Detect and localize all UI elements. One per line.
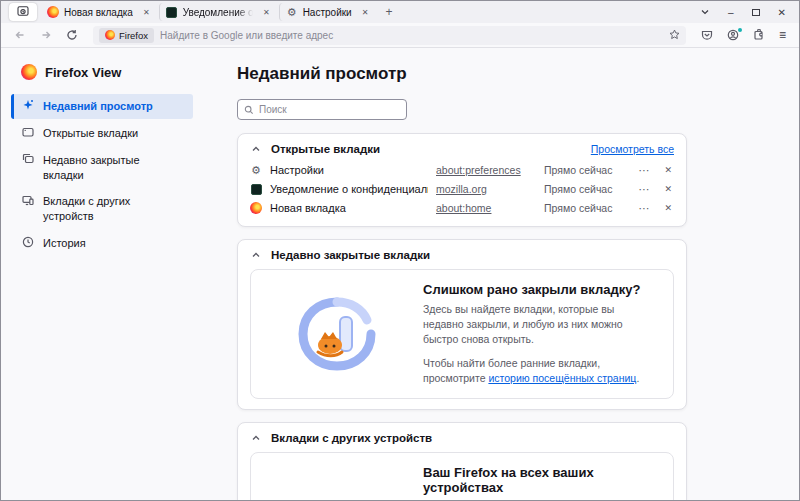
row-url-link[interactable]: about:home: [436, 202, 536, 214]
collapse-section-button[interactable]: [250, 143, 262, 155]
sidebar: Firefox View Недавний просмотр Открытые …: [1, 48, 231, 500]
firefox-logo-icon: [105, 30, 115, 40]
sidebar-item-recent-browsing[interactable]: Недавний просмотр: [11, 94, 193, 119]
url-bar[interactable]: Firefox: [93, 26, 686, 45]
sidebar-title: Firefox View: [21, 64, 211, 80]
reload-icon: [66, 29, 78, 41]
tab-new-tab[interactable]: Новая вкладка ✕: [41, 3, 159, 21]
account-button[interactable]: [722, 27, 744, 43]
main-area: Недавний просмотр Открытые вкладки Просм: [231, 48, 799, 500]
firefox-view-page: Firefox View Недавний просмотр Открытые …: [1, 48, 799, 500]
maximize-button[interactable]: [743, 1, 769, 23]
tab-title: Уведомление о конфиденциальности для бра…: [183, 7, 253, 18]
empty-state-text: Здесь вы найдете вкладки, которые вы нед…: [423, 302, 651, 348]
view-all-link[interactable]: Просмотреть все: [591, 143, 674, 155]
mozilla-favicon: [166, 6, 178, 18]
gear-icon: ⚙: [286, 6, 298, 18]
close-tab-icon[interactable]: ✕: [260, 7, 273, 18]
list-all-tabs-button[interactable]: [691, 1, 719, 23]
reload-button[interactable]: [61, 27, 83, 43]
history-clock-icon: [22, 236, 34, 248]
close-tab-icon[interactable]: ✕: [359, 7, 372, 18]
row-close-button[interactable]: ✕: [662, 203, 674, 213]
tab-window-icon: [22, 126, 34, 138]
pocket-button[interactable]: [696, 27, 718, 43]
tab-privacy-notice[interactable]: Уведомление о конфиденциальности для бра…: [159, 3, 279, 21]
address-input[interactable]: [160, 30, 663, 41]
row-close-button[interactable]: ✕: [662, 184, 674, 194]
toolbar-right-icons: ≡: [696, 26, 791, 44]
table-row[interactable]: ⚙ Настройки about:preferences Прямо сейч…: [250, 162, 674, 178]
firefox-view-button[interactable]: [9, 3, 37, 21]
new-tab-button[interactable]: +: [377, 5, 400, 19]
devices-icon: [22, 194, 34, 206]
row-options-button[interactable]: ⋯: [634, 183, 654, 196]
menu-button[interactable]: ≡: [774, 26, 791, 44]
chevron-up-icon: [251, 144, 261, 154]
mozilla-favicon: [250, 183, 262, 195]
close-tab-icon[interactable]: ✕: [140, 7, 153, 18]
firefox-page-chip: Firefox: [99, 28, 154, 43]
chevron-down-icon: [700, 7, 710, 17]
row-title: Уведомление о конфиденциальности для бра…: [270, 183, 428, 195]
row-title: Новая вкладка: [270, 202, 428, 214]
sidebar-item-label: Открытые вкладки: [43, 126, 138, 141]
recently-closed-illustration: [251, 297, 423, 371]
section-title: Открытые вкладки: [271, 143, 380, 155]
recently-closed-empty-state: Слишком рано закрыли вкладку? Здесь вы н…: [250, 269, 674, 399]
firefox-logo-icon: [21, 64, 37, 80]
close-window-button[interactable]: ✕: [769, 1, 795, 23]
history-link[interactable]: историю посещённых страниц: [488, 372, 636, 384]
sidebar-item-label: Вкладки с других устройств: [43, 194, 173, 224]
tab-strip: Новая вкладка ✕ Уведомление о конфиденци…: [1, 1, 799, 23]
hamburger-icon: ≡: [779, 28, 786, 42]
sidebar-item-recently-closed[interactable]: Недавно закрытые вкладки: [11, 148, 193, 188]
back-button[interactable]: [9, 27, 31, 43]
collapse-section-button[interactable]: [250, 249, 262, 261]
sidebar-item-open-tabs[interactable]: Открытые вкладки: [11, 121, 193, 146]
section-title: Вкладки с других устройств: [271, 432, 432, 444]
table-row[interactable]: Уведомление о конфиденциальности для бра…: [250, 181, 674, 197]
bookmark-star-icon[interactable]: [669, 26, 680, 44]
empty-state-hint: Чтобы найти более ранние вкладки, просмо…: [423, 356, 651, 386]
collapse-section-button[interactable]: [250, 432, 262, 444]
row-time: Прямо сейчас: [544, 183, 626, 195]
row-close-button[interactable]: ✕: [662, 165, 674, 175]
table-row[interactable]: Новая вкладка about:home Прямо сейчас ⋯ …: [250, 200, 674, 216]
forward-button[interactable]: [35, 27, 57, 43]
tab-settings[interactable]: ⚙ Настройки ✕: [279, 3, 378, 21]
pocket-icon: [701, 29, 713, 41]
sidebar-item-label: Недавно закрытые вкладки: [43, 153, 173, 183]
sidebar-item-synced-tabs[interactable]: Вкладки с других устройств: [11, 189, 193, 229]
row-url-link[interactable]: mozilla.org: [436, 183, 536, 195]
search-icon: [244, 101, 254, 119]
sidebar-item-label: Недавний просмотр: [43, 99, 153, 114]
back-arrow-icon: [14, 29, 26, 41]
minimize-button[interactable]: –: [719, 1, 743, 23]
synced-tabs-empty-state: Ваш Firefox на всех ваших устройствах Чт…: [250, 452, 674, 500]
sidebar-item-label: История: [43, 236, 86, 251]
synced-tabs-card: Вкладки с других устройств: [237, 422, 687, 500]
firefox-window: Новая вкладка ✕ Уведомление о конфиденци…: [0, 0, 800, 501]
row-options-button[interactable]: ⋯: [634, 202, 654, 215]
extensions-button[interactable]: [748, 27, 770, 43]
empty-state-title: Слишком рано закрыли вкладку?: [423, 282, 651, 297]
promo-title: Ваш Firefox на всех ваших устройствах: [423, 465, 651, 495]
gear-icon: ⚙: [250, 164, 262, 176]
url-chip-label: Firefox: [119, 30, 148, 41]
sparkle-icon: [22, 99, 34, 111]
sidebar-item-history[interactable]: История: [11, 231, 193, 256]
row-url-link[interactable]: about:preferences: [436, 164, 536, 176]
sidebar-nav: Недавний просмотр Открытые вкладки Недав…: [11, 94, 211, 256]
row-time: Прямо сейчас: [544, 202, 626, 214]
row-time: Прямо сейчас: [544, 164, 626, 176]
page-title: Недавний просмотр: [237, 64, 687, 84]
firefox-logo-icon: [47, 6, 59, 18]
tab-title: Новая вкладка: [64, 7, 133, 18]
row-options-button[interactable]: ⋯: [634, 164, 654, 177]
open-tabs-list: ⚙ Настройки about:preferences Прямо сейч…: [250, 162, 674, 216]
hint-suffix: .: [636, 372, 639, 384]
firefox-view-icon: [17, 5, 29, 20]
search-input[interactable]: [259, 104, 400, 115]
search-box[interactable]: [237, 99, 407, 120]
